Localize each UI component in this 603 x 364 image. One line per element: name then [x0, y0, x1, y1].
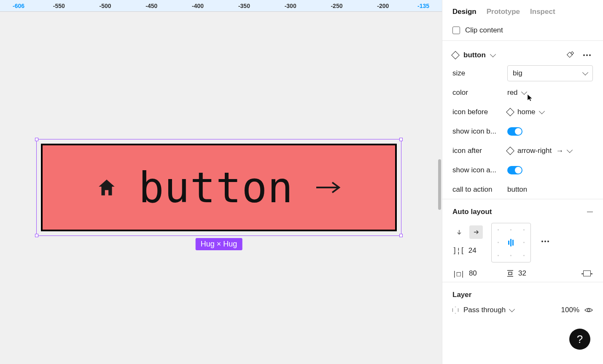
properties-panel: Design Prototype Inspect Clip content bu… [442, 0, 603, 364]
ruler-tick: -550 [36, 3, 82, 9]
chevron-down-icon [582, 70, 588, 75]
help-button[interactable]: ? [569, 329, 590, 350]
prop-size-value: big [513, 69, 522, 78]
prop-color-label: color [452, 88, 507, 97]
panel-tabs: Design Prototype Inspect [442, 0, 603, 20]
prop-color-select[interactable]: red [507, 88, 526, 97]
blend-mode-value: Pass through [463, 306, 506, 314]
prop-show-icon-after-toggle[interactable] [507, 166, 522, 174]
alignment-center-indicator [508, 239, 514, 246]
auto-layout-more-button[interactable] [539, 236, 551, 247]
selection-bounds[interactable]: button Hug × Hug [36, 139, 401, 236]
resize-handle-bl[interactable] [35, 234, 38, 237]
chevron-down-icon [509, 306, 515, 312]
tab-prototype[interactable]: Prototype [487, 8, 520, 16]
sparkle-icon [567, 52, 573, 59]
padding-vertical-input[interactable]: 32 [506, 269, 549, 278]
arrow-right-icon [473, 229, 479, 235]
tab-design[interactable]: Design [452, 8, 476, 16]
padding-horizontal-icon: |□| [452, 270, 465, 278]
blend-mode-select[interactable]: Pass through [463, 306, 514, 314]
svg-point-6 [587, 309, 590, 311]
ruler-tick: -350 [221, 3, 267, 9]
ruler-tick: -300 [267, 3, 314, 9]
auto-layout-remove-button[interactable] [587, 211, 593, 212]
chevron-down-icon [538, 108, 544, 114]
prop-icon-after-label: icon after [452, 147, 507, 155]
component-icon [451, 51, 460, 59]
padding-horizontal-value: 80 [469, 269, 477, 278]
direction-horizontal-button[interactable] [469, 225, 483, 239]
gap-value: 24 [468, 246, 476, 255]
chevron-down-icon[interactable] [490, 51, 496, 57]
prop-size-label: size [452, 69, 507, 78]
button-label: button [138, 163, 293, 212]
blend-mode-icon [452, 307, 458, 313]
arrow-right-icon [315, 181, 342, 194]
home-icon [96, 177, 117, 198]
help-icon: ? [577, 333, 583, 346]
prop-color-value: red [507, 88, 518, 97]
tab-inspect[interactable]: Inspect [530, 8, 555, 16]
opacity-value[interactable]: 100% [561, 306, 579, 314]
more-icon [541, 241, 549, 242]
component-name[interactable]: button [463, 51, 486, 59]
vertical-scrollbar-thumb[interactable] [438, 159, 441, 210]
horizontal-ruler: -606 -550 -500 -450 -400 -350 -300 -250 … [0, 0, 442, 12]
ruler-tick: -400 [175, 3, 221, 9]
component-more-button[interactable] [581, 49, 593, 61]
prop-show-icon-before-label: show icon b... [452, 127, 507, 136]
clip-content-label: Clip content [465, 26, 503, 35]
ruler-tick: -200 [360, 3, 406, 9]
mouse-cursor [528, 94, 533, 102]
clip-content-checkbox[interactable] [452, 27, 460, 34]
arrow-right-icon: → [556, 147, 563, 155]
ruler-tick: -500 [82, 3, 129, 9]
prop-icon-after-value: arrow-right [517, 147, 552, 155]
component-icon [506, 147, 514, 155]
resize-handle-br[interactable] [399, 234, 403, 237]
chevron-down-icon [567, 147, 573, 153]
padding-detailed-button[interactable] [581, 268, 593, 279]
arrow-down-icon [456, 229, 462, 235]
canvas-viewport[interactable]: button Hug × Hug [0, 12, 442, 364]
prop-icon-after-select[interactable]: arrow-right → [507, 147, 572, 155]
prop-cta-label: call to action [452, 185, 507, 194]
resize-handle-tr[interactable] [399, 138, 403, 141]
ruler-tick: -606 [13, 3, 36, 9]
prop-show-icon-after-label: show icon a... [452, 166, 507, 174]
prop-cta-input[interactable]: button [507, 185, 527, 194]
layer-section-title: Layer [442, 285, 603, 303]
chevron-down-icon [521, 89, 527, 95]
canvas-area[interactable]: -606 -550 -500 -450 -400 -350 -300 -250 … [0, 0, 442, 364]
ruler-tick: -450 [128, 3, 175, 9]
padding-detailed-icon [583, 270, 591, 276]
component-sparkle-button[interactable] [564, 49, 576, 61]
prop-icon-before-select[interactable]: home [507, 108, 544, 116]
padding-horizontal-input[interactable]: |□| 80 [452, 269, 495, 278]
prop-icon-before-value: home [517, 108, 536, 116]
component-icon [506, 108, 514, 116]
gap-input[interactable]: ]¦[ 24 [452, 246, 483, 255]
prop-icon-before-label: icon before [452, 108, 507, 116]
direction-vertical-button[interactable] [452, 225, 466, 239]
prop-show-icon-before-toggle[interactable] [507, 127, 522, 136]
prop-cta-value: button [507, 185, 527, 194]
svg-rect-4 [509, 272, 512, 275]
padding-vertical-icon [506, 270, 514, 277]
button-component-instance[interactable]: button [41, 144, 397, 231]
ruler-tick: -250 [314, 3, 360, 9]
alignment-grid[interactable] [491, 223, 531, 262]
gap-icon: ]¦[ [452, 246, 464, 255]
auto-layout-title: Auto layout [452, 208, 492, 216]
visibility-toggle[interactable] [584, 307, 593, 313]
selection-size-badge: Hug × Hug [196, 238, 242, 250]
padding-vertical-value: 32 [518, 269, 526, 278]
prop-size-select[interactable]: big [507, 65, 593, 81]
ruler-tick: -135 [406, 3, 429, 9]
resize-handle-tl[interactable] [35, 138, 38, 141]
more-icon [583, 54, 591, 56]
